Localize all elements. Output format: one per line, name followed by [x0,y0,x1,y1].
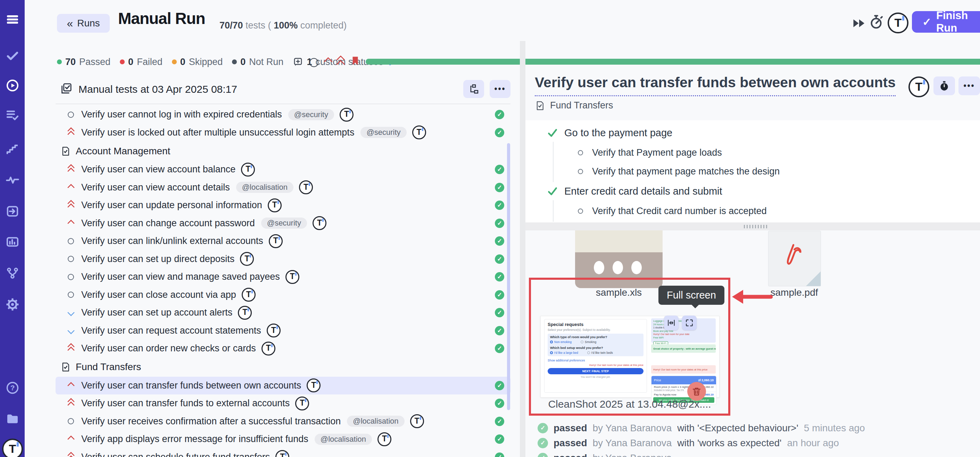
runs-icon[interactable] [6,78,19,93]
test-row[interactable]: Verify user can transfer funds to extern… [56,395,511,412]
test-plans-icon[interactable] [6,109,19,122]
priority-low-icon [66,328,76,333]
status-passed-icon: ✓ [495,236,504,246]
screenshot-form-preview: Special requests Select your preference(… [544,319,647,393]
testomat-badge-icon[interactable] [275,450,289,457]
test-row[interactable]: Verify user is locked out after multiple… [56,124,511,142]
app-window: ? « Runs Manual Run 70/70 tests ( 100% c… [0,0,980,457]
delete-attachment-button[interactable] [687,382,706,401]
passed-check-icon: ✓ [538,453,548,457]
test-row[interactable]: Verify user receives confirmation after … [56,412,511,431]
testomat-badge-icon[interactable] [241,163,255,177]
step-row[interactable]: Enter credit card details and submit [525,182,980,200]
test-row-selected[interactable]: Verify user can transfer funds between o… [56,377,511,395]
suite-breadcrumb[interactable]: Fund Transfers [535,100,613,111]
suite-row[interactable]: Fund Transfers [56,358,511,377]
test-list: Verify user cannot log in with expired c… [56,105,511,457]
run-title: Manual tests at 03 Apr 2025 08:17 [78,83,237,95]
import-icon[interactable] [6,205,19,218]
test-row[interactable]: Verify user can view account details@loc… [56,179,511,197]
detail-more-button[interactable]: ••• [958,77,980,95]
priority-filter-high-icon[interactable] [325,58,331,65]
passed-check-icon: ✓ [538,438,548,448]
testomat-badge-icon[interactable] [377,432,391,446]
fit-width-button[interactable] [664,316,679,330]
stopwatch-icon [938,80,950,92]
testomat-badge-icon[interactable] [313,216,326,230]
testomat-badge-icon[interactable] [299,181,313,194]
custom-status-icon [293,57,303,67]
attachment-pdf-thumbnail[interactable] [768,231,821,286]
stopwatch-button[interactable] [934,77,955,95]
testomat-badge-icon[interactable] [267,324,281,337]
step-substep[interactable]: Verify that Credit card number is accept… [554,201,980,221]
notrun-stat: 0Not Run [232,57,283,67]
testomat-badge-icon[interactable] [307,379,321,392]
priority-filter-critical-icon[interactable] [337,57,344,67]
milestones-icon[interactable] [6,142,19,157]
pulse-icon[interactable] [6,173,19,187]
group-view-button[interactable] [463,80,484,98]
test-row[interactable]: Verify user can change account password@… [56,214,511,232]
testomat-badge-icon[interactable] [242,288,256,302]
test-row[interactable]: Verify app displays error message for in… [56,430,511,448]
test-row[interactable]: Verify user can view and manage saved pa… [56,268,511,286]
testomat-badge-icon[interactable] [240,252,254,266]
screenshot-urgent-banner: Hurry! Our last room for your dates at t… [651,365,716,374]
testomat-badge-icon[interactable] [238,306,252,320]
test-row[interactable]: Verify user can close account via app✓ [56,286,511,304]
test-row[interactable]: Verify user cannot log in with expired c… [56,105,511,124]
list-scrollbar[interactable] [507,143,510,410]
testomat-badge-icon[interactable] [908,77,929,97]
history-row: ✓ passed by Yana Baranova with 'works as… [538,435,865,451]
testomat-badge-icon[interactable] [269,234,283,248]
run-progress-bar [366,59,980,65]
timer-icon[interactable] [868,14,884,30]
testomat-badge-icon[interactable] [285,270,299,284]
test-row[interactable]: Verify user can view account balance✓ [56,161,511,179]
full-screen-button[interactable] [682,316,697,330]
priority-critical-icon [66,201,76,209]
step-row[interactable]: Go to the payment page [525,124,980,142]
testomat-badge-icon[interactable] [261,342,275,356]
document-icon [535,101,545,111]
priority-filter-normal-icon[interactable] [309,58,318,67]
checks-icon[interactable] [6,49,19,62]
testomat-badge-icon[interactable] [268,198,282,213]
test-row[interactable]: Verify user can link/unlink external acc… [56,232,511,250]
test-row[interactable]: Verify user can order new checks or card… [56,340,511,358]
list-more-button[interactable]: ••• [490,80,511,98]
back-to-runs-button[interactable]: « Runs [57,14,110,33]
status-passed-icon: ✓ [495,201,504,210]
step-children: Verify that Payment page loads Verify th… [553,142,980,182]
test-row[interactable]: Verify user can set up account alerts✓ [56,304,511,322]
test-row[interactable]: Verify user can schedule future fund tra… [56,448,511,457]
panel-resize-divider[interactable] [520,41,525,457]
bullet-icon [578,150,583,155]
menu-icon[interactable] [6,13,19,26]
test-detail-title: Verify user can transfer funds between o… [535,74,896,96]
projects-folder-icon[interactable] [6,412,19,426]
bookmark-filter-icon[interactable] [350,55,361,68]
testomat-logo-header[interactable] [888,13,908,34]
testomat-badge-icon[interactable] [340,108,353,121]
testomat-logo[interactable] [2,439,23,457]
branch-icon[interactable] [6,266,19,280]
testomat-badge-icon[interactable] [410,414,424,428]
testomat-badge-icon[interactable] [295,396,309,411]
suite-row[interactable]: Account Management [56,141,511,161]
help-icon[interactable]: ? [6,381,19,395]
reports-icon[interactable] [6,235,19,249]
testomat-badge-icon[interactable] [412,125,426,139]
test-row[interactable]: Verify user can update personal informat… [56,197,511,214]
history-row: ✓ passed by Yana Baranova with '<Expecte… [538,420,865,435]
drag-handle-icon[interactable] [744,225,767,228]
step-substep[interactable]: Verify that Payment page loads [554,143,980,162]
test-row[interactable]: Verify user can request account statemen… [56,322,511,340]
fast-forward-icon[interactable] [851,18,867,29]
step-substep[interactable]: Verify that payment page matches the des… [554,162,980,181]
finish-run-button[interactable]: ✓ Finish Run [912,11,980,33]
settings-gear-icon[interactable] [6,297,19,312]
test-row[interactable]: Verify user can set up direct deposits✓ [56,250,511,268]
step-passed-icon [547,185,558,197]
